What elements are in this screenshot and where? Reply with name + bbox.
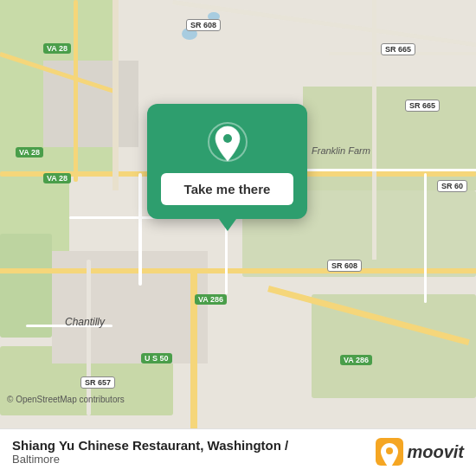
label-sr60: SR 60 [437,180,467,192]
svg-point-1 [223,134,232,143]
svg-point-3 [386,447,393,454]
label-va286-2: VA 286 [340,355,372,364]
label-sr665-2: SR 665 [405,100,440,112]
place-name: Shiang Yu Chinese Restaurant, Washington… [12,438,288,453]
label-franklin-farm: Franklin Farm [312,145,370,156]
road-local-1 [138,173,142,286]
road-va28-v [74,0,78,182]
moovit-icon [376,438,403,466]
label-chantilly: Chantilly [65,316,105,328]
bottom-bar: Shiang Yu Chinese Restaurant, Washington… [0,428,476,476]
road-us50 [0,268,476,273]
road-diag-1 [113,0,119,190]
moovit-text: moovit [407,442,464,462]
label-va28-1: VA 28 [43,43,71,53]
pin-icon [207,121,248,163]
road-sr665 [372,0,376,260]
place-location: Baltimore [12,453,288,466]
map-container: VA 28 VA 28 VA 28 SR 608 SR 665 SR 665 S… [0,0,476,476]
label-va28-3: VA 28 [43,173,71,183]
moovit-logo: moovit [376,438,464,466]
label-sr608-2: SR 608 [327,260,362,272]
take-me-there-button[interactable]: Take me there [161,173,293,205]
label-sr665-1: SR 665 [381,43,415,55]
road-local-5 [87,260,91,415]
label-va28-2: VA 28 [16,147,43,157]
place-info: Shiang Yu Chinese Restaurant, Washington… [12,438,288,466]
label-us50: U S 50 [141,353,172,363]
green-area-7 [0,234,52,338]
label-sr657: SR 657 [80,376,115,389]
label-va286-1: VA 286 [195,294,227,304]
label-sr608: SR 608 [186,19,221,31]
road-local-7 [424,173,427,303]
popup-card: Take me there [147,104,307,219]
copyright-text: © OpenStreetMap contributors [7,395,125,404]
